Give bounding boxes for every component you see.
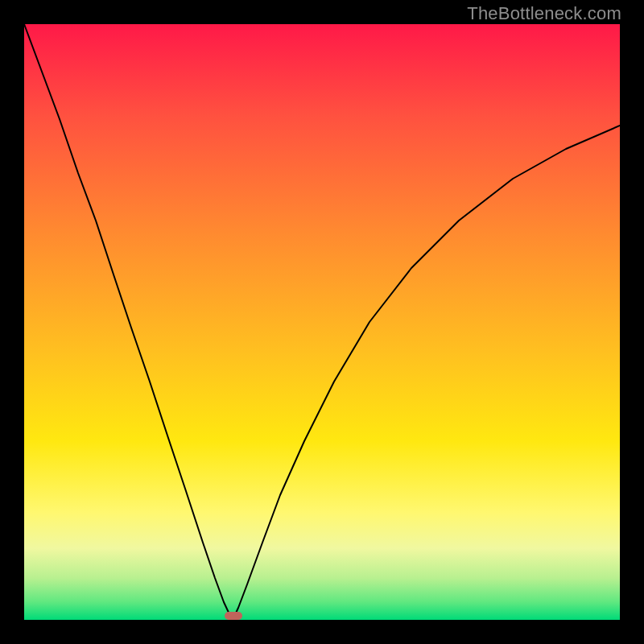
bottleneck-curve [24, 24, 620, 620]
optimum-marker [225, 612, 242, 620]
watermark-text: TheBottleneck.com [467, 3, 621, 24]
plot-area [24, 24, 620, 620]
chart-frame: TheBottleneck.com [0, 0, 644, 644]
curve-layer [24, 24, 620, 620]
